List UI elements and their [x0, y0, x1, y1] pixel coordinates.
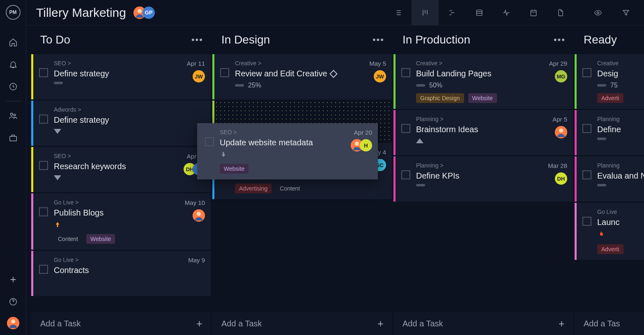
dragging-task-card[interactable]: SEO >Update website metadataWebsiteApr 2… — [197, 123, 378, 179]
bell-icon[interactable] — [0, 53, 26, 76]
task-checkbox[interactable] — [39, 207, 48, 216]
card-breadcrumb: SEO > — [54, 60, 204, 67]
column-title: In Production — [402, 33, 470, 46]
task-checkbox[interactable] — [39, 161, 48, 170]
task-card[interactable]: SEO >Research keywordsApr 13DHP — [31, 147, 211, 192]
progress-text: 25% — [248, 82, 261, 89]
task-checkbox[interactable] — [39, 265, 48, 274]
card-breadcrumb: Planning > — [416, 162, 566, 169]
files-view-icon[interactable] — [547, 0, 574, 25]
task-card[interactable]: Creative >Review and Edit Creative25%May… — [212, 54, 392, 99]
avatar[interactable]: DH — [555, 172, 567, 185]
tag[interactable]: Content — [276, 184, 304, 193]
svg-point-15 — [559, 128, 563, 133]
column-menu-button[interactable]: ••• — [373, 34, 384, 45]
avatar[interactable] — [555, 126, 567, 138]
task-checkbox[interactable] — [582, 124, 591, 133]
task-checkbox[interactable] — [582, 217, 591, 226]
task-checkbox[interactable] — [582, 170, 591, 179]
task-card[interactable]: Go Live >Publish BlogsContentWebsiteMay … — [31, 193, 211, 250]
project-members[interactable]: GP — [133, 7, 155, 19]
tag[interactable]: Adverti — [597, 93, 623, 103]
task-card[interactable]: Creative >Build Landing Pages50%Graphic … — [393, 54, 573, 109]
column-menu-button[interactable]: ••• — [554, 34, 566, 45]
task-checkbox[interactable] — [582, 68, 591, 77]
tag[interactable]: Content — [54, 234, 82, 244]
gantt-view-icon[interactable] — [439, 0, 466, 25]
task-card[interactable]: Go Live >ContractsMay 9 — [31, 251, 211, 296]
task-card[interactable]: Adwords >Define strategy — [31, 101, 211, 146]
list-view-icon[interactable] — [384, 0, 412, 25]
task-checkbox[interactable] — [220, 68, 229, 77]
sheet-view-icon[interactable] — [466, 0, 493, 25]
add-task-button[interactable]: Add a Task+ — [393, 312, 573, 335]
current-user-avatar[interactable] — [7, 317, 19, 329]
collapse-icon[interactable] — [416, 138, 423, 145]
tag[interactable]: Advertising — [235, 184, 271, 193]
task-card[interactable]: Planning >Brainstorm IdeasApr 5 — [393, 110, 573, 155]
add-task-button[interactable]: Add a Task+ — [31, 312, 211, 335]
progress-bar — [597, 184, 606, 186]
add-task-button[interactable]: Add a Task+ — [212, 312, 392, 335]
tag[interactable]: Adverti — [597, 244, 623, 254]
task-card[interactable]: Planning >Define KPIsMar 28DH — [393, 156, 573, 202]
activity-view-icon[interactable] — [493, 0, 520, 25]
board-column: ReadyCreativeDesig75AdvertiPlanningDefin… — [574, 25, 644, 335]
card-breadcrumb: Planning > — [416, 116, 566, 122]
task-card[interactable]: PlanningDefine — [575, 110, 644, 155]
filter-icon[interactable] — [618, 0, 634, 25]
svg-rect-9 — [476, 10, 482, 15]
card-breadcrumb: Go Live > — [54, 257, 204, 263]
view-switcher — [384, 0, 574, 25]
svg-point-11 — [597, 11, 599, 14]
expand-icon[interactable] — [54, 128, 61, 135]
card-title: Brainstorm Ideas — [416, 125, 566, 134]
card-title: Review and Edit Creative — [235, 69, 385, 78]
avatar[interactable]: JW — [374, 70, 386, 83]
tag[interactable]: Website — [86, 234, 115, 244]
plus-icon[interactable] — [0, 268, 26, 291]
priority-low-icon — [220, 151, 227, 160]
svg-point-6 — [11, 319, 15, 324]
avatar[interactable]: H — [360, 139, 372, 151]
briefcase-icon[interactable] — [0, 127, 26, 149]
tag[interactable]: Website — [468, 93, 497, 103]
watch-icon[interactable] — [590, 0, 606, 25]
add-task-button[interactable]: Add a Tas — [575, 312, 644, 335]
avatar[interactable]: MG — [555, 70, 567, 83]
task-checkbox[interactable] — [39, 68, 48, 77]
expand-icon[interactable] — [54, 174, 61, 182]
svg-point-2 — [14, 114, 16, 116]
task-card[interactable]: SEO >Define strategyApr 11JW — [31, 54, 211, 99]
card-date: May 9 — [188, 257, 205, 264]
column-menu-button[interactable]: ••• — [191, 34, 203, 45]
tag[interactable]: Website — [220, 164, 248, 174]
task-checkbox[interactable] — [401, 124, 410, 133]
project-title: Tillery Marketing — [36, 6, 126, 20]
task-checkbox[interactable] — [39, 115, 48, 124]
task-checkbox[interactable] — [205, 137, 214, 146]
help-icon[interactable] — [0, 291, 26, 313]
task-card[interactable]: Go LiveLauncAdverti — [575, 203, 644, 260]
tag[interactable]: Graphic Design — [416, 93, 464, 103]
people-icon[interactable] — [0, 105, 26, 127]
task-card[interactable]: PlanningEvalua and N — [575, 156, 644, 202]
card-date: Apr 20 — [354, 129, 372, 136]
divider — [5, 101, 21, 101]
app-logo[interactable]: PM — [6, 5, 21, 20]
board-view-icon[interactable] — [412, 0, 439, 25]
task-card[interactable]: CreativeDesig75Adverti — [575, 54, 644, 109]
avatar[interactable]: GP — [143, 7, 155, 19]
home-icon[interactable] — [0, 31, 26, 53]
column-title: In Design — [221, 33, 270, 46]
clock-icon[interactable] — [0, 76, 26, 98]
card-date: Mar 28 — [548, 162, 567, 169]
task-checkbox[interactable] — [401, 68, 410, 77]
priority-high-icon — [54, 221, 61, 230]
calendar-view-icon[interactable] — [520, 0, 547, 25]
task-checkbox[interactable] — [401, 170, 410, 179]
avatar[interactable] — [193, 209, 205, 222]
svg-rect-3 — [9, 136, 16, 141]
avatar[interactable]: JW — [193, 70, 205, 83]
progress-text: 75 — [610, 82, 618, 89]
